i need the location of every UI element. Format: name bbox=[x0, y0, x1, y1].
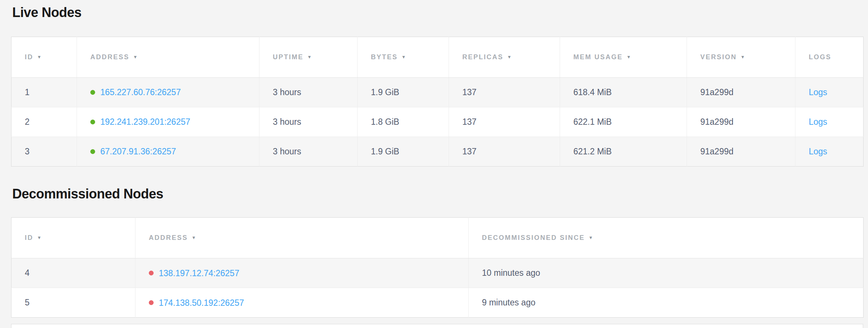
node-logs-link[interactable]: Logs bbox=[809, 117, 827, 127]
node-address-link[interactable]: 67.207.91.36:26257 bbox=[100, 147, 176, 157]
node-address-cell: 165.227.60.76:26257 bbox=[77, 78, 259, 107]
live-nodes-title: Live Nodes bbox=[12, 4, 863, 20]
decommissioned-node-row: 4 138.197.12.74:26257 10 minutes ago bbox=[11, 258, 864, 288]
node-replicas-cell: 137 bbox=[449, 78, 560, 107]
decommissioned-node-row: 5 174.138.50.192:26257 9 minutes ago bbox=[11, 288, 864, 318]
node-address-link[interactable]: 138.197.12.74:26257 bbox=[159, 268, 239, 278]
node-decommissioned-status-dot-icon bbox=[149, 271, 154, 275]
live-col-header-bytes[interactable]: BYTES▼ bbox=[358, 37, 449, 78]
live-nodes-section: Live Nodes ID▼ ADDRESS▼ UPTIME▼ BYTES▼ R… bbox=[11, 4, 863, 167]
dec-col-header-id[interactable]: ID▼ bbox=[11, 218, 135, 258]
node-address-cell: 192.241.239.201:26257 bbox=[77, 107, 259, 137]
sort-arrow-icon: ▼ bbox=[192, 235, 196, 240]
next-section-peek bbox=[11, 324, 863, 328]
node-mem-usage-cell: 618.4 MiB bbox=[560, 78, 687, 107]
node-address-cell: 174.138.50.192:26257 bbox=[135, 288, 469, 318]
column-label: ADDRESS bbox=[149, 234, 188, 241]
node-uptime-cell: 3 hours bbox=[259, 107, 358, 137]
live-col-header-logs: LOGS bbox=[795, 37, 864, 78]
node-mem-usage-cell: 622.1 MiB bbox=[560, 107, 687, 137]
column-label: UPTIME bbox=[273, 53, 304, 61]
node-replicas-cell: 137 bbox=[449, 137, 560, 167]
node-id-cell: 3 bbox=[11, 137, 77, 167]
sort-arrow-icon: ▼ bbox=[307, 54, 312, 60]
live-col-header-mem-usage[interactable]: MEM USAGE▼ bbox=[560, 37, 687, 78]
live-nodes-table: ID▼ ADDRESS▼ UPTIME▼ BYTES▼ REPLICAS▼ ME… bbox=[11, 37, 864, 167]
column-label: REPLICAS bbox=[462, 53, 503, 61]
node-decommissioned-since-cell: 10 minutes ago bbox=[469, 258, 864, 288]
node-uptime-cell: 3 hours bbox=[259, 137, 358, 167]
column-label: DECOMMISSIONED SINCE bbox=[482, 234, 585, 241]
node-logs-cell: Logs bbox=[795, 107, 864, 137]
node-logs-link[interactable]: Logs bbox=[809, 147, 827, 157]
node-bytes-cell: 1.8 GiB bbox=[358, 107, 449, 137]
node-logs-cell: Logs bbox=[795, 78, 864, 107]
node-logs-link[interactable]: Logs bbox=[809, 88, 827, 97]
live-col-header-address[interactable]: ADDRESS▼ bbox=[77, 37, 259, 78]
node-version-cell: 91a299d bbox=[687, 107, 795, 137]
live-node-row: 1 165.227.60.76:26257 3 hours 1.9 GiB 13… bbox=[11, 78, 864, 107]
decommissioned-nodes-table: ID▼ ADDRESS▼ DECOMMISSIONED SINCE▼ 4 138… bbox=[11, 217, 864, 318]
node-live-status-dot-icon bbox=[90, 120, 95, 124]
live-col-header-uptime[interactable]: UPTIME▼ bbox=[259, 37, 358, 78]
live-col-header-id[interactable]: ID▼ bbox=[11, 37, 77, 78]
node-id-cell: 1 bbox=[11, 78, 77, 107]
sort-arrow-icon: ▼ bbox=[402, 54, 406, 60]
live-col-header-version[interactable]: VERSION▼ bbox=[687, 37, 795, 78]
node-address-link[interactable]: 192.241.239.201:26257 bbox=[100, 117, 190, 127]
decommissioned-nodes-section: Decommissioned Nodes ID▼ ADDRESS▼ DECOMM… bbox=[11, 186, 863, 318]
node-id-cell: 2 bbox=[11, 107, 77, 137]
node-replicas-cell: 137 bbox=[449, 107, 560, 137]
node-id-cell: 4 bbox=[11, 258, 135, 288]
node-bytes-cell: 1.9 GiB bbox=[358, 137, 449, 167]
live-node-row: 2 192.241.239.201:26257 3 hours 1.8 GiB … bbox=[11, 107, 864, 137]
node-address-cell: 138.197.12.74:26257 bbox=[135, 258, 469, 288]
live-node-row: 3 67.207.91.36:26257 3 hours 1.9 GiB 137… bbox=[11, 137, 864, 167]
node-live-status-dot-icon bbox=[90, 90, 95, 95]
decommissioned-nodes-header-row: ID▼ ADDRESS▼ DECOMMISSIONED SINCE▼ bbox=[11, 218, 864, 258]
column-label: MEM USAGE bbox=[573, 53, 623, 61]
column-label: ID bbox=[25, 234, 33, 241]
node-logs-cell: Logs bbox=[795, 137, 864, 167]
decommissioned-nodes-title: Decommissioned Nodes bbox=[12, 186, 863, 202]
sort-arrow-icon: ▼ bbox=[627, 54, 631, 60]
column-label: ADDRESS bbox=[90, 53, 130, 61]
column-label: LOGS bbox=[809, 53, 831, 61]
node-live-status-dot-icon bbox=[90, 149, 95, 154]
column-label: VERSION bbox=[700, 53, 737, 61]
dec-col-header-decommissioned-since[interactable]: DECOMMISSIONED SINCE▼ bbox=[469, 218, 864, 258]
node-mem-usage-cell: 621.2 MiB bbox=[560, 137, 687, 167]
node-address-cell: 67.207.91.36:26257 bbox=[77, 137, 259, 167]
sort-arrow-icon: ▼ bbox=[133, 54, 138, 60]
node-version-cell: 91a299d bbox=[687, 78, 795, 107]
sort-arrow-icon: ▼ bbox=[589, 235, 593, 240]
node-decommissioned-since-cell: 9 minutes ago bbox=[469, 288, 864, 318]
column-label: ID bbox=[25, 53, 33, 61]
live-col-header-replicas[interactable]: REPLICAS▼ bbox=[449, 37, 560, 78]
node-address-link[interactable]: 174.138.50.192:26257 bbox=[159, 298, 244, 308]
sort-arrow-icon: ▼ bbox=[37, 54, 41, 60]
node-decommissioned-status-dot-icon bbox=[149, 300, 154, 305]
sort-arrow-icon: ▼ bbox=[741, 54, 745, 60]
node-version-cell: 91a299d bbox=[687, 137, 795, 167]
dec-col-header-address[interactable]: ADDRESS▼ bbox=[135, 218, 469, 258]
sort-arrow-icon: ▼ bbox=[37, 235, 41, 240]
sort-arrow-icon: ▼ bbox=[507, 54, 512, 60]
cluster-nodes-page: Live Nodes ID▼ ADDRESS▼ UPTIME▼ BYTES▼ R… bbox=[0, 0, 868, 328]
node-bytes-cell: 1.9 GiB bbox=[358, 78, 449, 107]
node-uptime-cell: 3 hours bbox=[259, 78, 358, 107]
live-nodes-header-row: ID▼ ADDRESS▼ UPTIME▼ BYTES▼ REPLICAS▼ ME… bbox=[11, 37, 864, 78]
column-label: BYTES bbox=[371, 53, 398, 61]
node-address-link[interactable]: 165.227.60.76:26257 bbox=[100, 88, 181, 97]
node-id-cell: 5 bbox=[11, 288, 135, 318]
